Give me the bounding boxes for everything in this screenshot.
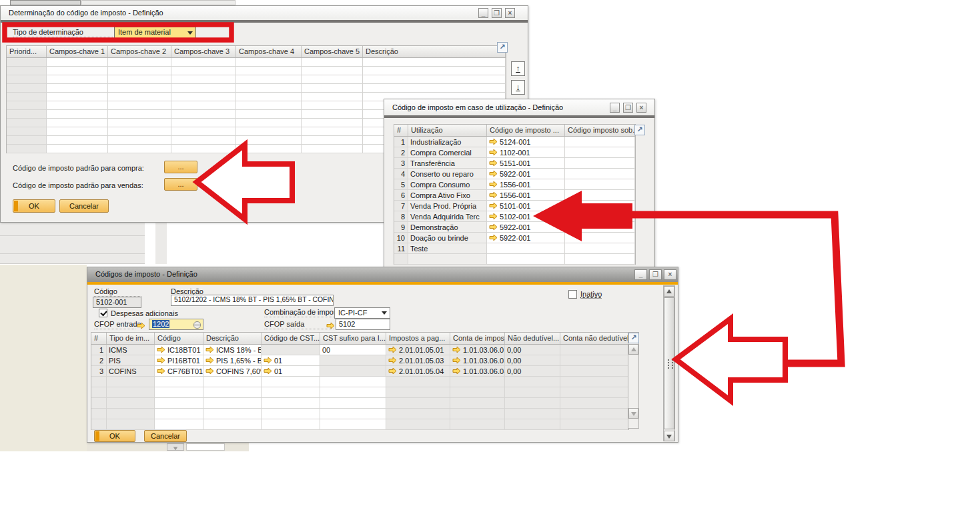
titlebar-determinacao[interactable]: Determinação do código de imposto - Defi… (1, 6, 528, 20)
link-arrow-icon[interactable] (157, 346, 165, 355)
cell-conta[interactable] (450, 398, 505, 409)
link-arrow-icon[interactable] (489, 223, 498, 232)
cell-c2[interactable] (108, 75, 171, 84)
cfop-saida-field[interactable]: 5102 (336, 319, 390, 330)
table-row[interactable]: 2Compra Comercial1102-001 (394, 147, 635, 158)
cell-c1[interactable] (47, 136, 108, 145)
cell-conta[interactable] (450, 387, 505, 398)
cell-c2[interactable] (108, 93, 171, 101)
table-row[interactable]: 8Venda Adquirida Terc5102-001 (394, 211, 635, 222)
grid-scroll-up-button[interactable] (628, 344, 638, 355)
inativo-checkbox[interactable] (568, 290, 577, 299)
ok-button[interactable]: OK (94, 430, 135, 442)
table-row[interactable] (91, 409, 628, 419)
table-row[interactable] (7, 75, 506, 84)
cell-impostos[interactable]: 2.01.01.05.03 (386, 355, 450, 366)
table-row[interactable]: 3Transferência5151-001 (394, 158, 635, 169)
cell-nao_dedutivel[interactable] (505, 398, 560, 409)
link-arrow-icon[interactable] (157, 357, 165, 365)
cell-codigo[interactable]: 1102-001 (487, 147, 565, 158)
codigos-table[interactable]: #Tipo de im...CódigoDescriçãoCódigo de C… (91, 332, 629, 430)
cell-nao_dedutivel[interactable] (505, 377, 560, 387)
cell-cst[interactable]: 01 (262, 366, 320, 377)
close-icon[interactable]: × (664, 269, 676, 280)
link-arrow-icon[interactable] (388, 346, 397, 355)
cell-c4[interactable] (236, 127, 302, 136)
cell-conta_nd[interactable] (560, 398, 628, 409)
cell-conta_nd[interactable] (560, 355, 628, 366)
table-row[interactable] (7, 58, 506, 67)
expand-grid-icon[interactable]: ↗ (628, 333, 639, 343)
cell-c3[interactable] (171, 136, 236, 145)
cell-codigo[interactable]: 5151-001 (487, 158, 565, 169)
link-arrow-icon[interactable] (489, 170, 498, 179)
cell-impostos[interactable] (386, 377, 450, 387)
cell-n[interactable] (91, 377, 107, 387)
table-row[interactable]: 7Venda Prod. Própria5101-001 (394, 201, 635, 211)
cell-sob[interactable] (565, 179, 635, 190)
cell-n[interactable] (394, 254, 408, 265)
cell-c3[interactable] (171, 93, 236, 101)
cell-descricao[interactable] (363, 84, 506, 93)
cell-c4[interactable] (236, 136, 302, 145)
cell-n[interactable] (91, 409, 107, 419)
codigo-imposto-vendas-browse-button[interactable]: ... (164, 178, 197, 191)
link-arrow-icon[interactable] (137, 322, 145, 331)
cell-conta[interactable] (450, 377, 505, 387)
cell-tipo[interactable] (107, 387, 155, 398)
cell-sob[interactable] (565, 233, 635, 243)
cell-descricao[interactable] (203, 398, 262, 409)
cell-c2[interactable] (108, 58, 171, 67)
cell-cst[interactable] (262, 398, 320, 409)
cell-n[interactable] (91, 419, 107, 430)
cell-codigo[interactable]: 5922-001 (487, 222, 565, 233)
link-arrow-icon[interactable] (205, 346, 214, 355)
cell-prior[interactable] (7, 110, 47, 119)
minimize-icon[interactable]: _ (634, 269, 647, 280)
cell-n[interactable]: 3 (91, 366, 107, 377)
cell-codigo[interactable]: 5102-001 (487, 211, 565, 222)
tipo-determinacao-dropdown[interactable]: Item de material (114, 27, 196, 39)
cell-descricao[interactable] (363, 67, 506, 75)
cell-c3[interactable] (171, 101, 236, 110)
cell-c5[interactable] (302, 93, 363, 101)
cell-c4[interactable] (236, 58, 302, 67)
cancel-button[interactable]: Cancelar (144, 430, 187, 442)
table-row[interactable]: 10Doação ou brinde5922-001 (394, 233, 635, 243)
cell-conta_nd[interactable] (560, 377, 628, 387)
link-arrow-icon[interactable] (452, 357, 461, 365)
cell-nao_dedutivel[interactable]: 0,00 (505, 355, 560, 366)
cell-utilizacao[interactable]: Doação ou brinde (408, 233, 487, 243)
cancel-button[interactable]: Cancelar (59, 199, 109, 213)
cell-c5[interactable] (302, 101, 363, 110)
cell-c4[interactable] (236, 75, 302, 84)
cell-descricao[interactable] (203, 387, 262, 398)
cell-n[interactable] (91, 387, 107, 398)
close-icon[interactable]: × (505, 8, 515, 18)
table-row[interactable]: 9Demonstração5922-001 (394, 222, 635, 233)
cell-c2[interactable] (108, 136, 171, 145)
cell-c4[interactable] (236, 67, 302, 75)
cell-tipo[interactable] (107, 398, 155, 409)
cell-c3[interactable] (171, 127, 236, 136)
cell-conta_nd[interactable] (560, 387, 628, 398)
link-arrow-icon[interactable] (326, 322, 335, 331)
cell-nao_dedutivel[interactable] (505, 387, 560, 398)
cell-c1[interactable] (47, 145, 108, 153)
cell-sob[interactable] (565, 222, 635, 233)
link-arrow-icon[interactable] (157, 367, 165, 376)
cell-conta[interactable]: 1.01.03.06.03 (450, 355, 505, 366)
cell-utilizacao[interactable]: Compra Comercial (408, 147, 487, 158)
cell-prior[interactable] (7, 58, 47, 67)
cell-n[interactable]: 11 (394, 243, 408, 254)
cell-c3[interactable] (171, 145, 236, 153)
cell-sob[interactable] (565, 211, 635, 222)
cell-c3[interactable] (171, 67, 236, 75)
scroll-up-button[interactable] (664, 286, 674, 297)
cell-impostos[interactable]: 2.01.01.05.04 (386, 366, 450, 377)
cell-prior[interactable] (7, 101, 47, 110)
cell-codigo[interactable]: 5922-001 (487, 233, 565, 243)
table-row[interactable]: 1Industrialização5124-001 (394, 137, 635, 147)
cell-sob[interactable] (565, 147, 635, 158)
minimize-icon[interactable]: _ (610, 103, 620, 113)
